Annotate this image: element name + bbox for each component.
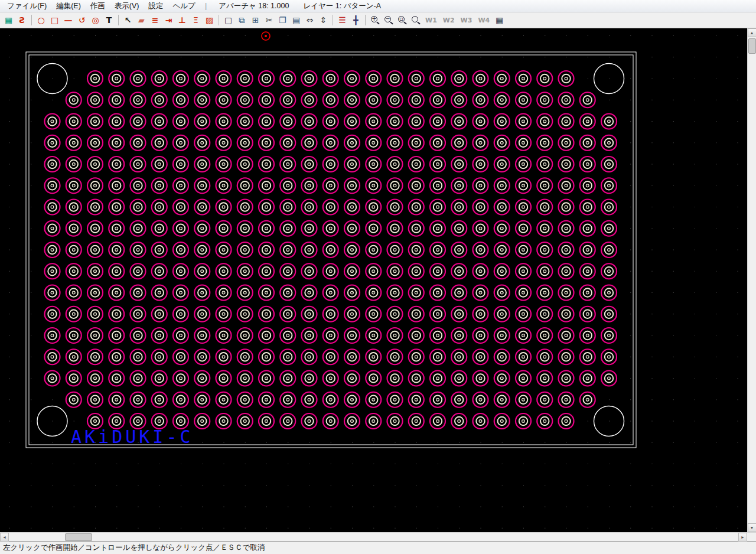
- paste-icon[interactable]: ▤: [290, 14, 302, 27]
- line-tool-icon[interactable]: —: [62, 14, 74, 27]
- cut-icon[interactable]: ✂: [263, 14, 275, 27]
- scroll-down-button[interactable]: ▼: [748, 523, 756, 532]
- menu-draw[interactable]: 作画: [86, 0, 110, 12]
- scrollbar-corner: [747, 532, 756, 541]
- zoom-full-icon[interactable]: [409, 14, 422, 27]
- menu-settings[interactable]: 設定: [144, 0, 168, 12]
- toolbar: ▦Ƨ○□—↺◎T↖▰≡⇥⊥Ξ▨▢⧉⊞✂❐▤⇔⇕☰╋+−▫W1W2W3W4▦: [0, 12, 756, 28]
- aperture-status: アパーチャ 18: 1.000: [211, 0, 296, 12]
- w4-button[interactable]: W4: [475, 14, 492, 27]
- zoom-in-icon[interactable]: +: [369, 14, 381, 27]
- menu-file[interactable]: ファイル(F): [2, 0, 51, 12]
- split-window-icon[interactable]: ⊞: [249, 14, 262, 27]
- rect-tool-icon[interactable]: □: [48, 14, 61, 27]
- horizontal-scroll-thumb[interactable]: [65, 533, 92, 541]
- delete-tool-icon[interactable]: ▰: [135, 14, 148, 27]
- rotate-tool-icon[interactable]: ⊥: [176, 14, 188, 27]
- toolbar-separator: [118, 15, 119, 25]
- scroll-left-button[interactable]: ◄: [0, 533, 9, 542]
- w1-button[interactable]: W1: [423, 14, 439, 27]
- check-list-icon[interactable]: ☰: [336, 14, 348, 27]
- vertical-scrollbar[interactable]: ▲ ▼: [747, 28, 756, 532]
- horizontal-scrollbar[interactable]: ◄ ►: [0, 532, 747, 541]
- statusbar: 左クリックで作画開始／コントロールを押しながらクリック点／ＥＳＣで取消: [0, 541, 756, 554]
- pattern-tool-icon[interactable]: Ƨ: [16, 14, 28, 27]
- toolbar-separator: [365, 15, 366, 25]
- copy-icon[interactable]: ❐: [276, 14, 289, 27]
- group-tool-icon[interactable]: Ξ: [190, 14, 202, 27]
- board-label: AKiDUKI-C: [71, 426, 194, 447]
- w2-button[interactable]: W2: [441, 14, 457, 27]
- pcb-canvas[interactable]: AKiDUKI-C: [0, 28, 747, 532]
- dup-window-icon[interactable]: ⧉: [236, 14, 248, 27]
- select-rect-icon[interactable]: ▢: [222, 14, 234, 27]
- horizontal-scroll-track[interactable]: [9, 533, 738, 542]
- menu-edit[interactable]: 編集(E): [51, 0, 86, 12]
- layer-status: レイヤー 1: パターン-A: [296, 0, 388, 12]
- toolbar-separator: [31, 15, 32, 25]
- zoom-out-icon[interactable]: −: [382, 14, 395, 27]
- grid-dots: [9, 36, 738, 529]
- toolbar-separator: [219, 15, 219, 25]
- board-drawing: AKiDUKI-C: [0, 28, 747, 532]
- stretch-h-icon[interactable]: ⇔: [304, 14, 316, 27]
- stretch-v-icon[interactable]: ⇕: [317, 14, 330, 27]
- zoom-area-icon[interactable]: ▫: [396, 14, 408, 27]
- status-text: 左クリックで作画開始／コントロールを押しながらクリック点／ＥＳＣで取消: [3, 543, 265, 553]
- menu-help[interactable]: ヘルプ: [168, 0, 200, 12]
- toolbar-separator: [333, 15, 333, 25]
- menu-view[interactable]: 表示(V): [110, 0, 144, 12]
- copy-tool-icon[interactable]: ≡: [149, 14, 161, 27]
- pad-tool-icon[interactable]: ◎: [89, 14, 102, 27]
- origin-marker-dot: [265, 35, 267, 37]
- move-tool-icon[interactable]: ↖: [122, 14, 134, 27]
- menubar: ファイル(F) 編集(E) 作画 表示(V) 設定 ヘルプ | アパーチャ 18…: [0, 0, 756, 12]
- vertical-scroll-thumb[interactable]: [748, 38, 756, 54]
- scroll-right-button[interactable]: ►: [738, 533, 747, 542]
- circle-tool-icon[interactable]: ○: [35, 14, 47, 27]
- mirror-tool-icon[interactable]: ⇥: [162, 14, 175, 27]
- crosshair-icon[interactable]: ╋: [350, 14, 362, 27]
- arc-tool-icon[interactable]: ↺: [76, 14, 88, 27]
- scroll-up-button[interactable]: ▲: [748, 28, 756, 37]
- text-tool-icon[interactable]: T: [103, 14, 115, 27]
- w3-button[interactable]: W3: [458, 14, 475, 27]
- layer-view-icon[interactable]: ▦: [2, 14, 15, 27]
- grid-toggle-icon[interactable]: ▦: [493, 14, 506, 27]
- fill-tool-icon[interactable]: ▨: [203, 14, 216, 27]
- menubar-separator: |: [200, 2, 211, 10]
